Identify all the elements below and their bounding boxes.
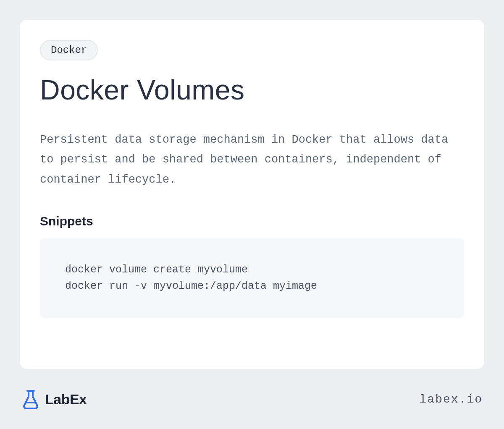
- code-snippet: docker volume create myvolume docker run…: [40, 238, 464, 318]
- flask-icon: [21, 389, 40, 409]
- content-card: Docker Docker Volumes Persistent data st…: [20, 20, 484, 369]
- site-url: labex.io: [420, 393, 483, 406]
- snippets-heading: Snippets: [40, 214, 464, 228]
- brand: LabEx: [21, 389, 87, 409]
- footer: LabEx labex.io: [20, 389, 484, 409]
- page-title: Docker Volumes: [40, 74, 464, 106]
- description-text: Persistent data storage mechanism in Doc…: [40, 130, 464, 190]
- brand-name: LabEx: [45, 391, 87, 408]
- category-tag: Docker: [40, 40, 98, 60]
